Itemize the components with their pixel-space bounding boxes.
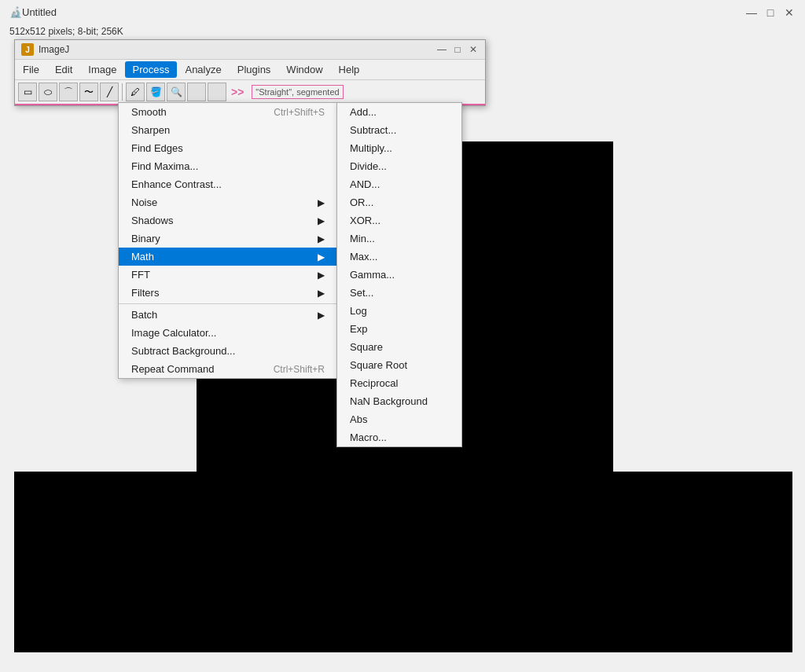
math-or[interactable]: OR... — [337, 193, 461, 211]
menu-edit[interactable]: Edit — [47, 61, 80, 78]
maximize-button[interactable]: □ — [764, 6, 777, 19]
menu-sharpen[interactable]: Sharpen — [119, 121, 337, 139]
math-subtract[interactable]: Subtract... — [337, 121, 461, 139]
menu-math[interactable]: Math ▶ — [119, 248, 337, 266]
math-add[interactable]: Add... — [337, 103, 461, 121]
tool-fill[interactable]: 🪣 — [146, 83, 165, 101]
menu-separator — [119, 303, 337, 304]
menu-binary[interactable]: Binary ▶ — [119, 230, 337, 248]
menu-window[interactable]: Window — [278, 61, 330, 78]
imagej-window: J ImageJ — □ ✕ File Edit Image Process A… — [14, 39, 486, 106]
tool-oval[interactable]: ⬭ — [39, 83, 57, 101]
math-square[interactable]: Square — [337, 338, 461, 356]
image-status: 512x512 pixels; 8-bit; 256K — [9, 26, 123, 37]
math-abs[interactable]: Abs — [337, 410, 461, 428]
tool-freehand[interactable]: 〜 — [79, 83, 98, 101]
math-set[interactable]: Set... — [337, 284, 461, 302]
menu-plugins[interactable]: Plugins — [230, 61, 279, 78]
math-exp[interactable]: Exp — [337, 320, 461, 338]
process-dropdown: Smooth Ctrl+Shift+S Sharpen Find Edges F… — [118, 102, 338, 379]
toolbar-more[interactable]: >> — [228, 86, 247, 98]
menu-smooth[interactable]: Smooth Ctrl+Shift+S — [119, 103, 337, 121]
menu-image[interactable]: Image — [80, 61, 124, 78]
main-window-controls: — □ ✕ — [745, 6, 796, 19]
menu-bar: File Edit Image Process Analyze Plugins … — [15, 60, 485, 80]
menu-image-calculator[interactable]: Image Calculator... — [119, 324, 337, 342]
menu-process[interactable]: Process — [125, 61, 178, 78]
math-min[interactable]: Min... — [337, 230, 461, 248]
math-square-root[interactable]: Square Root — [337, 356, 461, 374]
app-title: Untitled — [22, 6, 57, 18]
math-gamma[interactable]: Gamma... — [337, 266, 461, 284]
image-canvas-bottom — [14, 472, 792, 652]
menu-shadows[interactable]: Shadows ▶ — [119, 211, 337, 230]
math-and[interactable]: AND... — [337, 175, 461, 193]
close-button[interactable]: ✕ — [783, 6, 796, 19]
tool-eyedropper[interactable]: 🔍 — [167, 83, 186, 101]
imagej-minimize-button[interactable]: — — [436, 44, 447, 55]
menu-find-maxima[interactable]: Find Maxima... — [119, 157, 337, 175]
math-divide[interactable]: Divide... — [337, 157, 461, 175]
math-submenu: Add... Subtract... Multiply... Divide...… — [336, 102, 462, 447]
menu-analyze[interactable]: Analyze — [177, 61, 229, 78]
app-icon: 🔬 — [9, 6, 22, 18]
toolbar-sep-1 — [122, 83, 123, 101]
toolbar-selection-label: "Straight", segmented — [252, 85, 343, 99]
math-xor[interactable]: XOR... — [337, 211, 461, 230]
menu-subtract-background[interactable]: Subtract Background... — [119, 342, 337, 360]
tool-line[interactable]: ╱ — [100, 83, 119, 101]
menu-find-edges[interactable]: Find Edges — [119, 139, 337, 157]
imagej-maximize-button[interactable]: □ — [452, 44, 463, 55]
menu-noise[interactable]: Noise ▶ — [119, 193, 337, 211]
imagej-app-icon: J — [21, 43, 34, 56]
menu-fft[interactable]: FFT ▶ — [119, 266, 337, 284]
imagej-title-bar: J ImageJ — □ ✕ — [15, 40, 485, 60]
imagej-close-button[interactable]: ✕ — [468, 44, 479, 55]
tool-blank1[interactable] — [187, 83, 206, 101]
tool-blank2[interactable] — [208, 83, 226, 101]
menu-batch[interactable]: Batch ▶ — [119, 306, 337, 324]
menu-repeat-command[interactable]: Repeat Command Ctrl+Shift+R — [119, 360, 337, 378]
math-nan-background[interactable]: NaN Background — [337, 392, 461, 410]
imagej-title-text: ImageJ — [39, 44, 69, 55]
tool-paint[interactable]: 🖊 — [126, 83, 145, 101]
menu-help[interactable]: Help — [331, 61, 368, 78]
main-title-bar: 🔬 Untitled — [0, 0, 805, 24]
menu-enhance-contrast[interactable]: Enhance Contrast... — [119, 175, 337, 193]
math-multiply[interactable]: Multiply... — [337, 139, 461, 157]
menu-filters[interactable]: Filters ▶ — [119, 284, 337, 302]
minimize-button[interactable]: — — [745, 6, 758, 19]
imagej-win-controls: — □ ✕ — [436, 44, 479, 55]
imagej-title-left: J ImageJ — [21, 43, 69, 56]
tool-polygon[interactable]: ⌒ — [59, 83, 78, 101]
math-macro[interactable]: Macro... — [337, 428, 461, 446]
math-max[interactable]: Max... — [337, 248, 461, 266]
status-bar: 512x512 pixels; 8-bit; 256K — [0, 24, 805, 39]
menu-file[interactable]: File — [15, 61, 47, 78]
math-reciprocal[interactable]: Reciprocal — [337, 374, 461, 392]
math-log[interactable]: Log — [337, 302, 461, 320]
tool-rectangle[interactable]: ▭ — [18, 83, 37, 101]
